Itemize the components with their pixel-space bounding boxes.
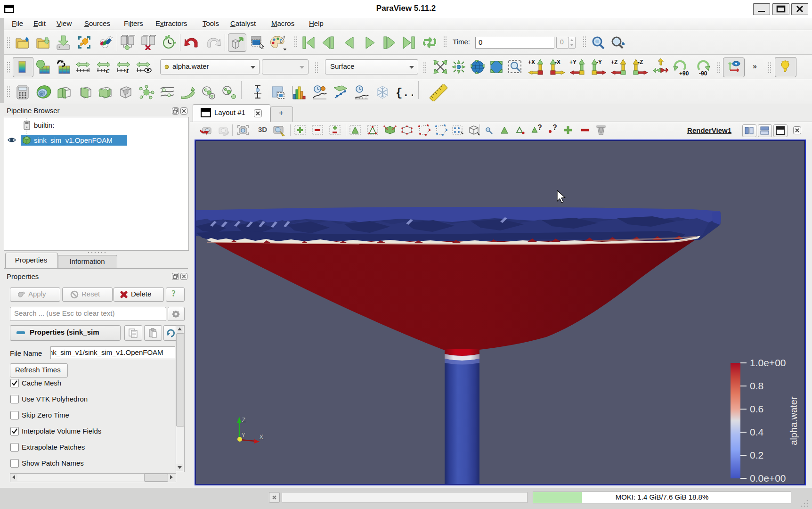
svg-text:+X: +X xyxy=(528,59,535,66)
svg-text:-Z: -Z xyxy=(638,59,643,66)
svg-text:sink_sim_v1.OpenFOAM: sink_sim_v1.OpenFOAM xyxy=(34,136,113,144)
svg-text:?: ? xyxy=(537,123,542,131)
svg-text:0.6: 0.6 xyxy=(750,403,763,414)
svg-text:X: X xyxy=(259,433,264,441)
svg-text:0.8: 0.8 xyxy=(750,380,763,391)
svg-text:t: t xyxy=(126,66,129,74)
svg-text:1.0e+00: 1.0e+00 xyxy=(750,357,786,368)
svg-text:-Y: -Y xyxy=(596,59,602,66)
svg-text:builtin:: builtin: xyxy=(34,121,54,129)
svg-text:Y: Y xyxy=(241,431,246,439)
svg-text:+90: +90 xyxy=(679,70,689,76)
svg-text:+Y: +Y xyxy=(569,59,577,66)
svg-text:{...}: {...} xyxy=(396,87,413,99)
svg-text:-90: -90 xyxy=(699,70,707,76)
svg-text:0.0e+00: 0.0e+00 xyxy=(750,473,786,484)
svg-text:alpha.water: alpha.water xyxy=(788,396,799,445)
svg-text:?: ? xyxy=(552,123,557,131)
svg-text:0.4: 0.4 xyxy=(750,427,764,437)
svg-text:+Z: +Z xyxy=(611,59,617,66)
svg-text:0.2: 0.2 xyxy=(750,450,763,460)
svg-text:-X: -X xyxy=(555,59,560,66)
svg-text:c: c xyxy=(106,66,110,74)
svg-text:Z: Z xyxy=(242,416,246,424)
